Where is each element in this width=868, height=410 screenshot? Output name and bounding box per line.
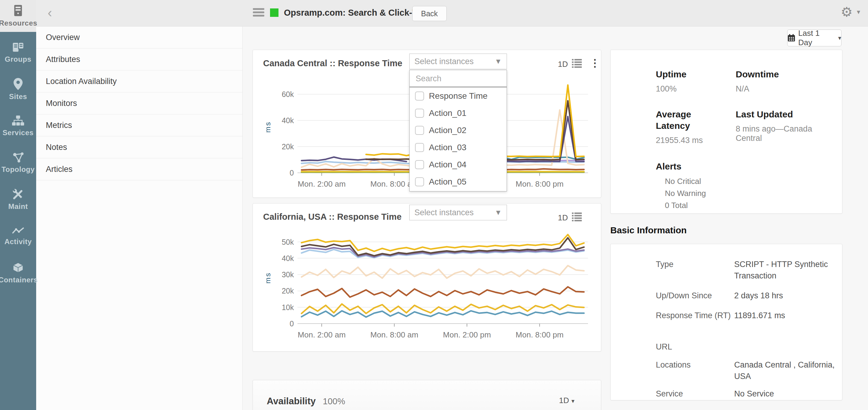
resource-nav-panel: Overview Attributes Location Availabilit… xyxy=(36,27,243,410)
select-instances-dropdown[interactable]: Select instances ▼ xyxy=(409,54,507,69)
option-action-01[interactable]: Action_01 xyxy=(410,104,507,122)
svg-text:Mon. 2:00 pm: Mon. 2:00 pm xyxy=(443,330,491,339)
sidebar-item-label: Sites xyxy=(9,93,27,101)
chevron-down-icon[interactable]: ▾ xyxy=(857,8,860,16)
chart-range-badge[interactable]: 1D xyxy=(558,213,568,223)
chart-range-badge[interactable]: 1D xyxy=(558,60,568,69)
basic-information-card: TypeSCRIPT - HTTP Synthetic Transaction … xyxy=(610,244,842,400)
nav-item-monitors[interactable]: Monitors xyxy=(36,93,242,114)
list-icon[interactable] xyxy=(572,212,582,221)
sidebar-item-topology[interactable]: Topology xyxy=(0,147,36,179)
svg-text:Mon. 8:00 pm: Mon. 8:00 pm xyxy=(516,179,564,189)
last-updated-block: Last Updated 8 mins ago—Canada Central xyxy=(736,109,835,143)
alerts-critical: No Critical xyxy=(665,175,706,187)
svg-text:20k: 20k xyxy=(282,286,294,295)
alerts-block: Alerts No Critical No Warning 0 Total xyxy=(656,161,706,211)
map-pin-icon xyxy=(13,78,23,90)
availability-range-dropdown[interactable]: 1D▾ xyxy=(559,396,575,405)
chart-card-california: 010k20k30k40k50kMon. 2:00 amMon. 8:00 am… xyxy=(253,203,601,352)
chevron-down-icon: ▾ xyxy=(571,398,575,404)
tools-icon xyxy=(12,189,24,200)
svg-text:40k: 40k xyxy=(282,116,294,125)
svg-text:0: 0 xyxy=(290,319,294,328)
average-latency-value: 21955.43 ms xyxy=(656,136,721,145)
checkbox[interactable] xyxy=(415,109,424,118)
server-icon xyxy=(13,4,23,16)
nav-item-attributes[interactable]: Attributes xyxy=(36,48,242,70)
gear-icon[interactable]: ⚙ xyxy=(841,4,852,20)
sidebar-item-label: Services xyxy=(3,129,34,137)
availability-card: Availability 100% 1D▾ xyxy=(253,380,601,410)
svg-text:ms: ms xyxy=(264,121,272,133)
svg-text:40k: 40k xyxy=(282,254,294,263)
svg-text:Mon. 2:00 am: Mon. 2:00 am xyxy=(298,179,346,189)
chart-title: California, USA :: Response Time xyxy=(263,212,401,222)
uptime-block: Uptime 100% xyxy=(656,69,687,94)
option-action-03[interactable]: Action_03 xyxy=(410,139,507,156)
svg-text:10k: 10k xyxy=(282,303,294,312)
page-title: Opsramp.com: Search & Click-Thru xyxy=(284,8,432,18)
select-instances-dropdown[interactable]: Select instances ▼ xyxy=(409,205,507,220)
sidebar-item-sites[interactable]: Sites xyxy=(0,73,36,105)
checkbox[interactable] xyxy=(415,92,424,101)
info-row-type: TypeSCRIPT - HTTP Synthetic Transaction xyxy=(656,259,837,281)
svg-text:20k: 20k xyxy=(282,142,294,151)
select-placeholder: Select instances xyxy=(414,57,474,66)
nav-item-notes[interactable]: Notes xyxy=(36,136,242,158)
option-action-02[interactable]: Action_02 xyxy=(410,122,507,139)
checkbox[interactable] xyxy=(415,160,424,169)
select-placeholder: Select instances xyxy=(414,208,474,217)
basic-information-heading: Basic Information xyxy=(610,225,687,235)
checkbox[interactable] xyxy=(415,177,424,186)
kebab-menu-icon[interactable]: ⋮ xyxy=(590,58,600,68)
sidebar-item-services[interactable]: Services xyxy=(0,110,36,142)
info-row-service: ServiceNo Service xyxy=(656,388,837,400)
svg-text:ms: ms xyxy=(264,272,272,283)
option-response-time[interactable]: Response Time xyxy=(410,87,507,104)
downtime-value: N/A xyxy=(736,84,779,94)
checkbox[interactable] xyxy=(415,143,424,152)
summary-card: Uptime 100% Downtime N/A Average Latency… xyxy=(610,50,842,214)
app-root: Resources Groups Sites Services Topology… xyxy=(0,0,868,410)
average-latency-block: Average Latency 21955.43 ms xyxy=(656,109,721,145)
svg-text:0: 0 xyxy=(290,169,294,177)
sidebar-item-maint[interactable]: Maint xyxy=(0,184,36,215)
status-square-icon xyxy=(270,8,278,17)
nav-item-location-availability[interactable]: Location Availability xyxy=(36,70,242,93)
search-input[interactable] xyxy=(415,74,501,84)
svg-text:30k: 30k xyxy=(282,270,294,279)
instances-dropdown-panel: Response Time Action_01 Action_02 Action… xyxy=(409,70,507,192)
list-icon[interactable] xyxy=(572,59,582,68)
calendar-icon xyxy=(787,34,795,42)
option-action-05[interactable]: Action_05 xyxy=(410,173,507,190)
uptime-value: 100% xyxy=(656,84,687,94)
icon-sidebar: Resources Groups Sites Services Topology… xyxy=(0,0,36,410)
alerts-total: 0 Total xyxy=(665,199,706,211)
nav-item-metrics[interactable]: Metrics xyxy=(36,114,242,136)
settings-control[interactable]: ⚙ ▾ xyxy=(841,4,861,20)
svg-text:50k: 50k xyxy=(282,238,294,246)
chart-title: Canada Central :: Response Time xyxy=(263,58,402,68)
option-action-06[interactable]: Action_06 xyxy=(410,190,507,192)
collapse-chevron-icon[interactable]: ‹ xyxy=(48,5,52,21)
hamburger-menu-icon[interactable] xyxy=(253,8,264,19)
nav-item-overview[interactable]: Overview xyxy=(36,27,242,48)
svg-text:Mon. 2:00 am: Mon. 2:00 am xyxy=(298,330,346,339)
alerts-warning: No Warning xyxy=(665,187,706,199)
activity-icon xyxy=(12,227,24,235)
downtime-label: Downtime xyxy=(736,69,779,80)
checkbox[interactable] xyxy=(415,126,424,135)
cube-icon xyxy=(12,262,24,273)
sidebar-item-groups[interactable]: Groups xyxy=(0,37,36,69)
time-range-button[interactable]: Last 1 Day ▾ xyxy=(787,30,841,46)
sitemap-icon xyxy=(12,115,24,126)
option-action-04[interactable]: Action_04 xyxy=(410,156,507,173)
info-row-response-time: Response Time (RT)11891.671 ms xyxy=(656,310,837,321)
nav-item-articles[interactable]: Articles xyxy=(36,158,242,180)
sidebar-item-resources[interactable]: Resources xyxy=(0,0,36,32)
sidebar-item-activity[interactable]: Activity xyxy=(0,220,36,252)
back-button[interactable]: Back xyxy=(412,6,447,21)
sidebar-item-containers[interactable]: Containers xyxy=(0,257,36,289)
sidebar-item-label: Maint xyxy=(8,202,28,211)
downtime-block: Downtime N/A xyxy=(736,69,779,94)
